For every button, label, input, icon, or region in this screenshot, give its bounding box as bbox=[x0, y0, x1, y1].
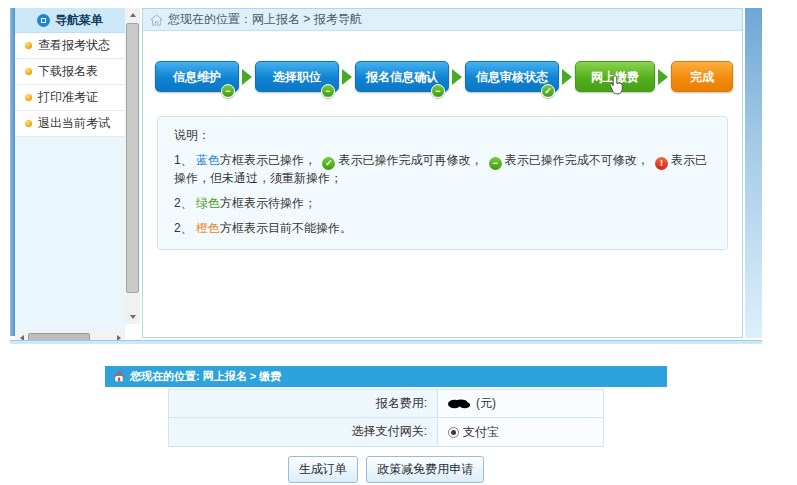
home-icon bbox=[150, 14, 163, 26]
note-number: 1、 bbox=[174, 153, 193, 167]
note-text: 方框表示目前不能操作。 bbox=[220, 221, 352, 235]
payment-form: 报名费用: (元) 选择支付网关: 支付宝 bbox=[168, 389, 604, 447]
fee-label: 报名费用: bbox=[169, 390, 438, 417]
sidebar-header: 导航菜单 bbox=[15, 8, 125, 33]
fee-waiver-apply-button[interactable]: 政策减免费用申请 bbox=[366, 456, 484, 483]
notes-line-2: 2、 绿色方框表示待操作； bbox=[174, 195, 711, 212]
step-finish[interactable]: 完成 bbox=[671, 61, 733, 92]
gateway-row: 选择支付网关: 支付宝 bbox=[169, 418, 603, 446]
payment-section: 您现在的位置: 网上报名 > 缴费 报名费用: (元) 选择支付网关: 支付宝 … bbox=[105, 366, 667, 483]
arrow-icon bbox=[452, 69, 462, 85]
minus-badge-icon: − bbox=[489, 157, 502, 170]
notes-line-1: 1、 蓝色方框表示已操作， ✓表示已操作完成可再修改， −表示已操作完成不可修改… bbox=[174, 152, 711, 187]
breadcrumb-text: 您现在的位置：网上报名 > 报考导航 bbox=[168, 11, 362, 28]
vertical-scrollbar[interactable] bbox=[125, 8, 140, 324]
note-orange-word: 橙色 bbox=[196, 221, 220, 235]
sidebar-item-exit-exam[interactable]: 退出当前考试 bbox=[15, 111, 125, 137]
alipay-radio[interactable] bbox=[448, 427, 459, 438]
check-badge-icon: ✓ bbox=[322, 157, 335, 170]
payment-breadcrumb: 您现在的位置: 网上报名 > 缴费 bbox=[105, 366, 667, 387]
note-green-word: 绿色 bbox=[196, 196, 220, 210]
home-icon bbox=[113, 371, 125, 382]
note-text: 表示已操作完成不可修改， bbox=[505, 153, 649, 167]
step-label: 报名信息确认 bbox=[366, 70, 438, 84]
scroll-up-icon[interactable] bbox=[125, 8, 140, 22]
fee-row: 报名费用: (元) bbox=[169, 390, 603, 418]
step-online-payment[interactable]: 网上缴费 bbox=[575, 61, 655, 92]
step-confirm-info[interactable]: 报名信息确认 − bbox=[355, 61, 449, 92]
note-number: 2、 bbox=[174, 196, 193, 210]
redacted-fee-value bbox=[448, 398, 472, 410]
bullet-icon bbox=[25, 68, 32, 75]
vertical-scrollbar-thumb[interactable] bbox=[126, 23, 139, 293]
arrow-icon bbox=[242, 69, 252, 85]
generate-order-button[interactable]: 生成订单 bbox=[288, 456, 358, 483]
bullet-icon bbox=[25, 42, 32, 49]
notes-box: 说明： 1、 蓝色方框表示已操作， ✓表示已操作完成可再修改， −表示已操作完成… bbox=[157, 116, 728, 250]
fee-value: (元) bbox=[438, 390, 603, 417]
sidebar-item-print-ticket[interactable]: 打印准考证 bbox=[15, 85, 125, 111]
sidebar-item-label: 查看报考状态 bbox=[38, 37, 110, 54]
sidebar-item-download-form[interactable]: 下载报名表 bbox=[15, 59, 125, 85]
minus-badge-icon: − bbox=[321, 84, 335, 98]
step-choose-position[interactable]: 选择职位 − bbox=[255, 61, 339, 92]
sidebar-item-label: 退出当前考试 bbox=[38, 115, 110, 132]
nav-menu-icon bbox=[37, 14, 50, 27]
minus-badge-icon: − bbox=[431, 84, 445, 98]
minus-badge-icon: − bbox=[221, 84, 235, 98]
arrow-icon bbox=[342, 69, 352, 85]
step-review-status[interactable]: 信息审核状态 ✓ bbox=[465, 61, 559, 92]
note-text: 方框表示待操作； bbox=[220, 196, 316, 210]
gateway-value: 支付宝 bbox=[438, 418, 603, 446]
note-text: 方框表示已操作， bbox=[220, 153, 316, 167]
sidebar: 导航菜单 查看报考状态 下载报名表 打印准考证 退出当前考试 bbox=[15, 8, 125, 336]
sidebar-item-label: 下载报名表 bbox=[38, 63, 98, 80]
bullet-icon bbox=[25, 94, 32, 101]
registration-window: 导航菜单 查看报考状态 下载报名表 打印准考证 退出当前考试 bbox=[10, 8, 762, 344]
gateway-label: 选择支付网关: bbox=[169, 418, 438, 446]
fee-unit: (元) bbox=[476, 390, 496, 417]
exclamation-badge-icon: ! bbox=[655, 157, 668, 170]
arrow-icon bbox=[562, 69, 572, 85]
sidebar-title: 导航菜单 bbox=[55, 12, 103, 29]
step-label: 信息维护 bbox=[173, 70, 221, 84]
alipay-option-label: 支付宝 bbox=[463, 419, 499, 446]
payment-actions: 生成订单 政策减免费用申请 bbox=[105, 456, 667, 483]
bullet-icon bbox=[25, 120, 32, 127]
cursor-icon bbox=[609, 75, 626, 107]
breadcrumb: 您现在的位置：网上报名 > 报考导航 bbox=[143, 9, 742, 31]
note-text: 表示已操作完成可再修改， bbox=[338, 153, 482, 167]
window-right-edge bbox=[745, 8, 762, 338]
sidebar-menu: 查看报考状态 下载报名表 打印准考证 退出当前考试 bbox=[15, 33, 125, 137]
note-number: 2、 bbox=[174, 221, 193, 235]
scroll-down-icon[interactable] bbox=[125, 310, 140, 324]
step-flow: 信息维护 − 选择职位 − 报名信息确认 − 信息审核状态 ✓ 网上缴费 bbox=[155, 61, 742, 92]
sidebar-item-view-status[interactable]: 查看报考状态 bbox=[15, 33, 125, 59]
payment-breadcrumb-text: 您现在的位置: 网上报名 > 缴费 bbox=[130, 369, 281, 384]
note-blue-word: 蓝色 bbox=[196, 153, 220, 167]
notes-title: 说明： bbox=[174, 127, 711, 144]
arrow-icon bbox=[658, 69, 668, 85]
step-label: 选择职位 bbox=[273, 70, 321, 84]
sidebar-empty-area bbox=[15, 137, 125, 323]
step-info-maintain[interactable]: 信息维护 − bbox=[155, 61, 239, 92]
step-label: 信息审核状态 bbox=[476, 70, 548, 84]
notes-line-3: 2、 橙色方框表示目前不能操作。 bbox=[174, 220, 711, 237]
main-panel: 您现在的位置：网上报名 > 报考导航 信息维护 − 选择职位 − 报名信息确认 … bbox=[142, 8, 743, 338]
step-label: 完成 bbox=[690, 70, 714, 84]
sidebar-item-label: 打印准考证 bbox=[38, 89, 98, 106]
check-badge-icon: ✓ bbox=[541, 84, 555, 98]
window-bottom-edge bbox=[10, 340, 762, 344]
